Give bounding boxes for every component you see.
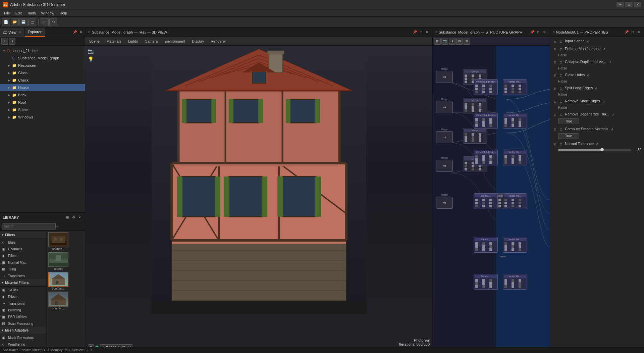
tree-roof[interactable]: ▶ 📁 Roof	[0, 99, 85, 106]
prop-remove-short-copy[interactable]: ⊡	[559, 99, 564, 104]
explorer-info-button[interactable]: ℹ	[9, 38, 15, 45]
lib-item-1click[interactable]: ◉ 1-Click	[0, 287, 47, 293]
graph-btn-5[interactable]: ⊞	[464, 38, 470, 45]
lib-item-normal-map[interactable]: ▣ Normal Map	[0, 259, 47, 266]
graph-btn-3[interactable]: ℹ	[449, 38, 455, 45]
node-card-3[interactable]: Merge	[463, 128, 487, 144]
props-maximize[interactable]: □	[630, 30, 635, 35]
lib-item-mask-gen[interactable]: ◉ Mask Generators	[0, 334, 47, 341]
library-filter-button[interactable]: ⊞	[65, 215, 70, 220]
prop-remove-degen-btn[interactable]: True	[558, 118, 579, 124]
menu-file[interactable]: File	[1, 10, 13, 16]
thumb-bonifaci2[interactable]: bonifaci...	[48, 292, 68, 310]
prop-normal-tol-slider[interactable]	[558, 149, 631, 151]
tab-explorer[interactable]: Explorer	[24, 28, 45, 37]
node-mesh-5a[interactable]: Structu...	[474, 237, 498, 253]
lib-item-blending[interactable]: ◉ Blending	[0, 307, 47, 313]
thumb-bonifaci1[interactable]: bonifaci...	[48, 272, 68, 290]
node-mesh-3a[interactable]: Vertex Subdivision	[474, 150, 498, 165]
pin-button[interactable]: 📌	[72, 30, 77, 35]
panel-close-button[interactable]: ✕	[78, 30, 84, 35]
transform-node[interactable]: Merge ⇒	[436, 197, 453, 209]
thumb-airport[interactable]: airport	[48, 252, 68, 270]
prop-collapse-copy[interactable]: ⊡	[559, 60, 564, 65]
node-mesh-2b[interactable]: Vertex Me...	[503, 113, 527, 129]
prop-remove-degen-copy[interactable]: ⊡	[559, 112, 564, 117]
prop-remove-short-reset[interactable]: ↺	[601, 99, 606, 104]
prop-input-scene-reset[interactable]: ↺	[586, 39, 591, 44]
lib-item-transforms[interactable]: ↔ Transforms	[0, 272, 47, 279]
node-mesh-4a[interactable]: Structu...	[474, 193, 498, 209]
prop-close-holes-copy[interactable]: ⊡	[559, 73, 564, 78]
tree-stone[interactable]: ▶ 📁 Stone	[0, 106, 85, 113]
prop-remove-short-icon[interactable]: ⊞	[553, 99, 557, 104]
graph-btn-4[interactable]: ⊡	[456, 38, 463, 45]
prop-smooth-normals-icon[interactable]: ⊞	[553, 127, 557, 132]
merge-node-4[interactable]: Merge ⇒	[436, 160, 453, 172]
tree-root[interactable]: ▼ ⬡ House_21.sbs*	[0, 47, 85, 54]
tree-resources[interactable]: ▶ 📁 Resources	[0, 62, 85, 69]
node-mesh-6a[interactable]: Structu...	[474, 274, 498, 290]
maximize-button[interactable]: □	[625, 2, 633, 7]
node-mesh-3b[interactable]: Vertex Me...	[503, 150, 527, 165]
redo-button[interactable]: ↪	[49, 18, 57, 26]
prop-smooth-normals-copy[interactable]: ⊡	[559, 127, 564, 132]
prop-close-holes-reset[interactable]: ↺	[586, 73, 591, 78]
nav-renderer[interactable]: Renderer	[209, 39, 227, 44]
lib-item-blurs[interactable]: ○ Blurs	[0, 239, 47, 246]
prop-remove-degen-icon[interactable]: ⊞	[553, 112, 557, 117]
node-mesh-2a[interactable]: Vertex Subdivision	[474, 113, 498, 129]
lib-item-scan-processing[interactable]: ⊡ Scan Processing	[0, 320, 47, 327]
thumb-abandoned[interactable]: abando...	[48, 232, 68, 251]
prop-enforce-copy[interactable]: ⊡	[559, 47, 564, 52]
prop-collapse-icon[interactable]: ⊞	[553, 60, 557, 65]
node-mesh-1a[interactable]: Vertex Subdivision	[474, 79, 498, 95]
lib-section-mesh-adaptive[interactable]: ▼ Mesh Adaptive	[0, 327, 47, 334]
prop-collapse-reset[interactable]: ↺	[607, 60, 612, 65]
prop-close-holes-icon[interactable]: ⊞	[553, 73, 557, 78]
merge-node-1[interactable]: Merge ⇒	[436, 71, 453, 83]
prop-split-edges-reset[interactable]: ↺	[594, 86, 599, 91]
lib-item-mf-transforms[interactable]: ↔ Transforms	[0, 300, 47, 307]
prop-normal-tol-copy[interactable]: ⊡	[559, 142, 564, 147]
tree-brick[interactable]: ▶ 📁 Brick	[0, 91, 85, 99]
menu-help[interactable]: Help	[57, 10, 70, 16]
prop-split-edges-icon[interactable]: ⊞	[553, 86, 557, 91]
props-close[interactable]: ✕	[636, 30, 641, 35]
prop-smooth-normals-btn[interactable]: True	[558, 133, 579, 139]
lib-item-pbr[interactable]: ▣ PBR Utilities	[0, 313, 47, 320]
tree-windows[interactable]: ▶ 📁 Windows	[0, 113, 85, 121]
props-pin[interactable]: 📌	[624, 30, 629, 35]
lib-item-weathering[interactable]: ○ Weathering	[0, 341, 47, 348]
lamp-icon[interactable]: 💡	[88, 56, 94, 62]
save-button[interactable]: 💾	[19, 18, 28, 26]
prop-input-scene-icon[interactable]: ⊞	[553, 39, 557, 44]
tree-house[interactable]: ▶ 📁 House	[0, 84, 85, 91]
minimize-button[interactable]: ─	[616, 2, 624, 7]
graph-maximize[interactable]: □	[536, 30, 541, 35]
viewport-maximize[interactable]: □	[418, 30, 424, 35]
menu-window[interactable]: Window	[38, 10, 57, 16]
graph-btn-2[interactable]: 📷	[441, 38, 448, 45]
viewport-pin[interactable]: 📌	[412, 30, 418, 35]
slider-thumb[interactable]	[600, 148, 604, 151]
node-card-2[interactable]: Merge	[463, 98, 487, 113]
graph-btn-1[interactable]: ⊞	[434, 38, 441, 45]
lib-section-filters[interactable]: ▼ Filters	[0, 232, 47, 239]
prop-split-edges-copy[interactable]: ⊡	[559, 86, 564, 91]
library-settings-button[interactable]: ⚙	[71, 215, 76, 220]
viewport-close[interactable]: ✕	[424, 30, 430, 35]
new-button[interactable]: 📄	[2, 18, 10, 26]
save-as-button[interactable]: 🗃	[28, 18, 36, 26]
nav-lights[interactable]: Lights	[127, 39, 139, 44]
prop-enforce-reset[interactable]: ↺	[602, 47, 606, 52]
nav-camera[interactable]: Camera	[143, 39, 159, 44]
library-close-button[interactable]: ✕	[77, 215, 82, 220]
prop-smooth-normals-reset[interactable]: ↺	[610, 127, 614, 132]
tab-2d-view[interactable]: 2D View ✕	[0, 28, 24, 37]
explorer-add-button[interactable]: +	[1, 38, 8, 45]
open-button[interactable]: 📂	[11, 18, 19, 26]
nav-display[interactable]: Display	[191, 39, 205, 44]
lib-item-mf-effects[interactable]: ◈ Effects	[0, 293, 47, 300]
graph-canvas[interactable]: Merge ⇒ Merge ⇒ Merge ⇒ Merge ⇒ Merge ⇒	[433, 46, 550, 353]
